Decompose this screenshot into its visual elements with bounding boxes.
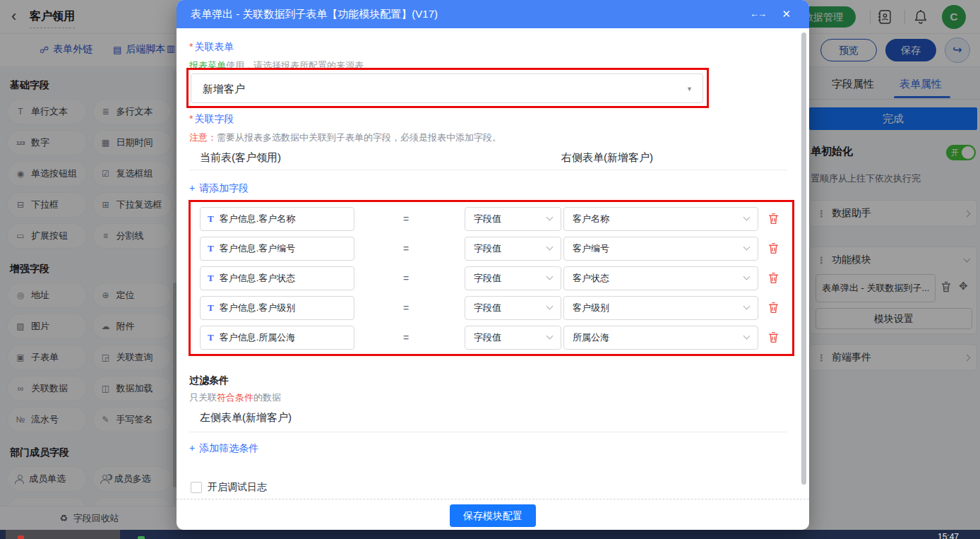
- field-value: 客户信息.客户状态: [220, 272, 296, 285]
- plus-icon: +: [189, 442, 195, 454]
- field-value: 客户信息.客户名称: [220, 213, 296, 225]
- equals-operator: =: [399, 296, 413, 320]
- debug-log-checkbox[interactable]: [191, 482, 202, 493]
- chevron-down-icon: [743, 244, 751, 251]
- filter-scope-label: 左侧表单(新增客户): [200, 411, 292, 425]
- divider: [189, 432, 787, 432]
- chevron-down-icon: [743, 214, 751, 221]
- selected-value: 字段值: [474, 208, 501, 230]
- field-value: 客户信息.客户级别: [220, 302, 296, 314]
- field-value: 客户信息.客户编号: [220, 242, 296, 255]
- chevron-down-icon: [546, 273, 554, 280]
- related-form-label: *关联表单: [189, 41, 234, 54]
- selected-value: 客户状态: [573, 267, 609, 290]
- current-table-header: 当前表(客户领用): [200, 151, 281, 165]
- equals-operator: =: [399, 266, 413, 290]
- required-mark: *: [189, 113, 193, 124]
- hint-text: 使用，请选择报表所配置的来源表: [226, 60, 364, 71]
- field-mapping-row: T客户信息.所属公海 = 字段值 所属公海: [177, 326, 809, 350]
- field-mapping-row: T客户信息.客户编号 = 字段值 客户编号: [177, 237, 809, 261]
- modal-title: 表单弹出 - 关联数据到子表单【功能模块配置】(V17): [191, 0, 438, 28]
- selected-value: 所属公海: [573, 326, 609, 349]
- delete-row-icon[interactable]: [768, 272, 779, 287]
- module-config-modal: 表单弹出 - 关联数据到子表单【功能模块配置】(V17) ←→ ✕ *关联表单 …: [177, 0, 809, 530]
- selected-value: 客户级别: [573, 297, 609, 319]
- left-field-input[interactable]: T客户信息.客户名称: [200, 207, 354, 231]
- link-label: 请添加字段: [199, 182, 249, 194]
- close-icon[interactable]: ✕: [782, 0, 791, 28]
- hint-part: 的数据: [253, 392, 281, 403]
- related-form-hint: 报表菜单使用，请选择报表所配置的来源表: [189, 59, 364, 72]
- filter-hint: 只关联符合条件的数据: [189, 391, 281, 404]
- label-text: 关联表单: [194, 41, 234, 52]
- left-field-input[interactable]: T客户信息.客户级别: [200, 296, 354, 320]
- label-text: 关联字段: [194, 113, 234, 124]
- report-menu-link[interactable]: 报表菜单: [189, 60, 226, 71]
- target-field-select[interactable]: 客户名称: [563, 207, 758, 231]
- os-taskbar: 15:47: [0, 530, 980, 539]
- selected-value: 客户编号: [573, 237, 609, 260]
- source-type-select[interactable]: 字段值: [465, 326, 561, 350]
- target-field-select[interactable]: 客户级别: [563, 296, 758, 320]
- divider: [189, 170, 787, 170]
- hint-part: 只关联: [189, 392, 217, 403]
- clock: 15:47: [938, 532, 959, 539]
- equals-operator: =: [399, 237, 413, 261]
- chevron-down-icon: [546, 244, 554, 251]
- plus-icon: +: [189, 182, 195, 194]
- source-type-select[interactable]: 字段值: [465, 296, 561, 320]
- delete-row-icon[interactable]: [768, 302, 779, 316]
- caret-down-icon: ▼: [686, 74, 693, 104]
- selected-value: 字段值: [474, 297, 501, 319]
- related-form-select[interactable]: 新增客户 ▼: [191, 73, 703, 103]
- source-type-select[interactable]: 字段值: [465, 237, 561, 261]
- field-value: 客户信息.所属公海: [220, 331, 296, 344]
- left-field-input[interactable]: T客户信息.客户编号: [200, 237, 354, 261]
- taskbar-app-icon[interactable]: [138, 536, 145, 539]
- chevron-down-icon: [743, 273, 751, 280]
- notice-body: 需要从报表多选数据中关联到子表单的字段，必须是报表中添加字段。: [217, 132, 501, 143]
- target-field-select[interactable]: 客户编号: [563, 237, 758, 261]
- required-mark: *: [189, 41, 193, 52]
- expand-horizontal-icon[interactable]: ←→: [750, 0, 765, 28]
- target-field-select[interactable]: 所属公海: [563, 326, 758, 350]
- selected-value: 字段值: [474, 326, 501, 349]
- target-field-select[interactable]: 客户状态: [563, 266, 758, 290]
- left-field-input[interactable]: T客户信息.客户状态: [200, 266, 354, 290]
- modal-scrollbar-thumb[interactable]: [801, 32, 806, 485]
- text-field-icon: T: [208, 332, 214, 343]
- screen: ‹ 客户领用 数据管理 C ☍ 表单外链 ▤ 后端脚本 ▥ 预览 保存 ↪ 基: [0, 0, 980, 539]
- delete-row-icon[interactable]: [768, 213, 779, 227]
- source-type-select[interactable]: 字段值: [465, 207, 561, 231]
- left-field-input[interactable]: T客户信息.所属公海: [200, 326, 354, 350]
- chevron-down-icon: [546, 214, 554, 221]
- taskbar-app-icon[interactable]: [18, 535, 24, 539]
- notice-tag: 注意：: [189, 132, 217, 143]
- selected-value: 客户名称: [573, 208, 609, 230]
- add-field-link[interactable]: +请添加字段: [189, 182, 249, 195]
- hint-emphasis: 符合条件: [217, 392, 253, 403]
- filter-label: 过滤条件: [189, 374, 229, 387]
- text-field-icon: T: [208, 213, 214, 225]
- text-field-icon: T: [208, 302, 214, 314]
- source-type-select[interactable]: 字段值: [465, 266, 561, 290]
- delete-row-icon[interactable]: [768, 242, 779, 257]
- text-field-icon: T: [208, 273, 214, 284]
- delete-row-icon[interactable]: [768, 331, 779, 346]
- selected-value: 新增客户: [203, 74, 245, 104]
- debug-log-label: 开启调试日志: [208, 481, 267, 494]
- chevron-down-icon: [743, 303, 751, 310]
- text-field-icon: T: [208, 243, 214, 254]
- equals-operator: =: [399, 207, 413, 231]
- chevron-down-icon: [546, 333, 554, 340]
- link-label: 添加筛选条件: [199, 442, 258, 454]
- chevron-down-icon: [743, 333, 751, 340]
- field-mapping-row: T客户信息.客户级别 = 字段值 客户级别: [177, 296, 809, 320]
- modal-header: 表单弹出 - 关联数据到子表单【功能模块配置】(V17) ←→ ✕: [177, 0, 809, 28]
- save-module-config-button[interactable]: 保存模块配置: [450, 504, 536, 527]
- add-filter-link[interactable]: +添加筛选条件: [189, 442, 258, 455]
- right-form-header: 右侧表单(新增客户): [561, 151, 653, 165]
- selected-value: 字段值: [474, 267, 501, 290]
- footer-divider: [177, 499, 809, 499]
- chevron-down-icon: [546, 303, 554, 310]
